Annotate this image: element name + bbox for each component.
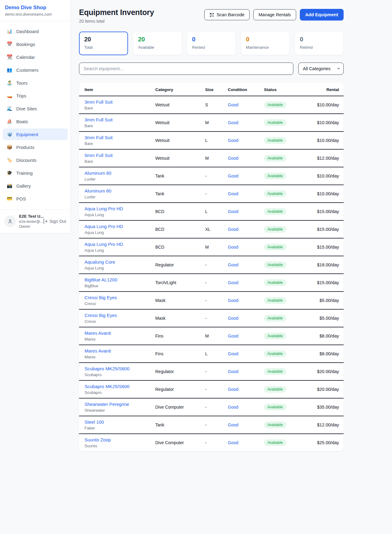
stat-card-available[interactable]: 20 Available <box>133 32 182 55</box>
table-row-5mm-full-suit[interactable]: 5mm Full Suit Bare Wetsuit M Good Availa… <box>79 149 344 167</box>
item-name-link[interactable]: BigBlue AL1200 <box>85 277 155 282</box>
table-row-cressi-big-eyes[interactable]: Cressi Big Eyes Cressi Mask - Good Avail… <box>79 292 344 309</box>
table-row-aluminum-80[interactable]: Aluminum 80 Luxfer Tank - Good Available <box>79 167 344 185</box>
table-row-scubapro-mk25-s600[interactable]: Scubapro MK25/S600 Scubapro Regulator - … <box>79 380 344 398</box>
item-name-link[interactable]: Scubapro MK25/S600 <box>85 384 155 389</box>
item-name-link[interactable]: Mares Avanti <box>85 348 155 353</box>
item-name-link[interactable]: 5mm Full Suit <box>85 153 155 158</box>
item-name-link[interactable]: Cressi Big Eyes <box>85 295 155 300</box>
table-row-cressi-big-eyes[interactable]: Cressi Big Eyes Cressi Mask - Good Avail… <box>79 309 344 327</box>
condition-link[interactable]: Good <box>228 191 238 196</box>
item-brand: Bare <box>85 159 155 164</box>
sidebar-item-trips[interactable]: 🚤 Trips <box>3 90 68 101</box>
condition-link[interactable]: Good <box>228 245 238 250</box>
sidebar-item-dashboard[interactable]: 📊 Dashboard <box>3 25 68 37</box>
item-name-link[interactable]: 3mm Full Suit <box>85 99 155 105</box>
table-row-aqualung-core[interactable]: Aqualung Core Aqua Lung Regulator - Good… <box>79 256 344 274</box>
condition-link[interactable]: Good <box>228 156 238 161</box>
sidebar-item-equipment[interactable]: 🤿 Equipment <box>3 128 68 140</box>
table-row-steel-100[interactable]: Steel 100 Faber Tank - Good Available <box>79 416 344 434</box>
item-brand: Suunto <box>85 444 155 448</box>
table-row-mares-avanti[interactable]: Mares Avanti Mares Fins M Good Available <box>79 327 344 345</box>
stat-card-total[interactable]: 20 Total <box>79 32 128 55</box>
item-name-link[interactable]: 3mm Full Suit <box>85 117 155 122</box>
status-cell: Available <box>264 345 310 363</box>
condition-link[interactable]: Good <box>228 120 238 125</box>
table-row-3mm-full-suit[interactable]: 3mm Full Suit Bare Wetsuit L Good Availa… <box>79 132 344 149</box>
category-cell: BCD <box>155 238 205 256</box>
item-name-link[interactable]: Scubapro MK25/S600 <box>85 366 155 371</box>
sidebar-item-tours[interactable]: 🏝️ Tours <box>3 77 68 89</box>
table-row-aqua-lung-pro-hd[interactable]: Aqua Lung Pro HD Aqua Lung BCD M Good Av… <box>79 238 344 256</box>
item-name-link[interactable]: Aluminum 80 <box>85 170 155 176</box>
table-row-3mm-full-suit[interactable]: 3mm Full Suit Bare Wetsuit M Good Availa… <box>79 114 344 132</box>
item-name-link[interactable]: Shearwater Peregrine <box>85 402 155 407</box>
sidebar-item-training[interactable]: 🎓 Training <box>3 167 68 179</box>
condition-link[interactable]: Good <box>228 298 238 303</box>
item-name-link[interactable]: Suunto Zoop <box>85 437 155 442</box>
item-name-link[interactable]: 3mm Full Suit <box>85 135 155 140</box>
item-name-link[interactable]: Cressi Big Eyes <box>85 313 155 318</box>
category-select[interactable]: All Categories <box>298 63 344 75</box>
item-name-link[interactable]: Aqua Lung Pro HD <box>85 224 155 229</box>
sidebar-item-gallery[interactable]: 📸 Gallery <box>3 180 68 192</box>
table-row-aqua-lung-pro-hd[interactable]: Aqua Lung Pro HD Aqua Lung BCD XL Good A… <box>79 220 344 238</box>
condition-cell: Good <box>228 220 264 238</box>
status-cell: Available <box>264 96 310 114</box>
add-equipment-button[interactable]: Add Equipment <box>300 9 344 21</box>
table-row-scubapro-mk25-s600[interactable]: Scubapro MK25/S600 Scubapro Regulator - … <box>79 363 344 380</box>
stat-card-rented[interactable]: 0 Rented <box>187 32 236 55</box>
item-name-link[interactable]: Aqualung Core <box>85 259 155 265</box>
condition-link[interactable]: Good <box>228 138 238 143</box>
sign-out-button[interactable]: Sign Out <box>43 219 66 224</box>
table-row-3mm-full-suit[interactable]: 3mm Full Suit Bare Wetsuit S Good Availa… <box>79 96 344 114</box>
item-name-link[interactable]: Aluminum 80 <box>85 188 155 193</box>
category-cell: BCD <box>155 220 205 238</box>
item-name-link[interactable]: Steel 100 <box>85 419 155 425</box>
category-cell: Fins <box>155 345 205 363</box>
condition-link[interactable]: Good <box>228 227 238 232</box>
sidebar-item-boats[interactable]: ⛵ Boats <box>3 116 68 127</box>
condition-link[interactable]: Good <box>228 351 238 356</box>
table-row-shearwater-peregrine[interactable]: Shearwater Peregrine Shearwater Dive Com… <box>79 398 344 416</box>
condition-link[interactable]: Good <box>228 440 238 445</box>
equipment-table-card: Item Category Size Condition Status Rent… <box>79 83 344 451</box>
condition-link[interactable]: Good <box>228 405 238 410</box>
stat-card-maintenance[interactable]: 0 Maintenance <box>241 32 290 55</box>
condition-link[interactable]: Good <box>228 316 238 321</box>
condition-link[interactable]: Good <box>228 387 238 392</box>
scan-barcode-button[interactable]: Scan Barcode <box>204 9 250 20</box>
search-input[interactable] <box>79 63 293 75</box>
condition-link[interactable]: Good <box>228 422 238 427</box>
table-row-suunto-zoop[interactable]: Suunto Zoop Suunto Dive Computer - Good … <box>79 434 344 451</box>
person-icon <box>7 219 13 224</box>
sign-out-icon <box>43 219 48 224</box>
condition-link[interactable]: Good <box>228 262 238 267</box>
rental-cell: $15.00/day <box>310 203 344 220</box>
table-row-bigblue-al1200[interactable]: BigBlue AL1200 BigBlue Torch/Light - Goo… <box>79 274 344 292</box>
condition-link[interactable]: Good <box>228 209 238 214</box>
item-name-link[interactable]: Aqua Lung Pro HD <box>85 206 155 211</box>
sidebar-item-pos[interactable]: 💳 POS <box>3 193 68 204</box>
item-name-link[interactable]: Mares Avanti <box>85 330 155 336</box>
stat-card-retired[interactable]: 0 Retired <box>295 32 344 55</box>
sidebar-item-dive-sites[interactable]: 🌊 Dive Sites <box>3 103 68 114</box>
sidebar-item-discounts[interactable]: 🏷️ Discounts <box>3 154 68 166</box>
sidebar-item-bookings[interactable]: 📅 Bookings <box>3 38 68 50</box>
condition-link[interactable]: Good <box>228 334 238 338</box>
item-name-link[interactable]: Aqua Lung Pro HD <box>85 242 155 247</box>
status-badge: Available <box>264 368 286 375</box>
condition-link[interactable]: Good <box>228 369 238 374</box>
table-row-aluminum-80[interactable]: Aluminum 80 Luxfer Tank - Good Available <box>79 185 344 203</box>
sidebar: Demo Dive Shop demo.test.divestreams.com… <box>0 0 71 233</box>
sidebar-item-customers[interactable]: 👥 Customers <box>3 64 68 76</box>
sidebar-item-products[interactable]: 📦 Products <box>3 141 68 153</box>
table-row-mares-avanti[interactable]: Mares Avanti Mares Fins L Good Available <box>79 345 344 363</box>
sidebar-item-calendar[interactable]: 📆 Calendar <box>3 51 68 63</box>
table-row-aqua-lung-pro-hd[interactable]: Aqua Lung Pro HD Aqua Lung BCD L Good Av… <box>79 203 344 220</box>
condition-link[interactable]: Good <box>228 174 238 178</box>
condition-link[interactable]: Good <box>228 280 238 285</box>
condition-link[interactable]: Good <box>228 102 238 107</box>
sidebar-nav: 📊 Dashboard 📅 Bookings 📆 Calendar 👥 Cust… <box>0 21 70 209</box>
manage-rentals-button[interactable]: Manage Rentals <box>253 9 296 20</box>
